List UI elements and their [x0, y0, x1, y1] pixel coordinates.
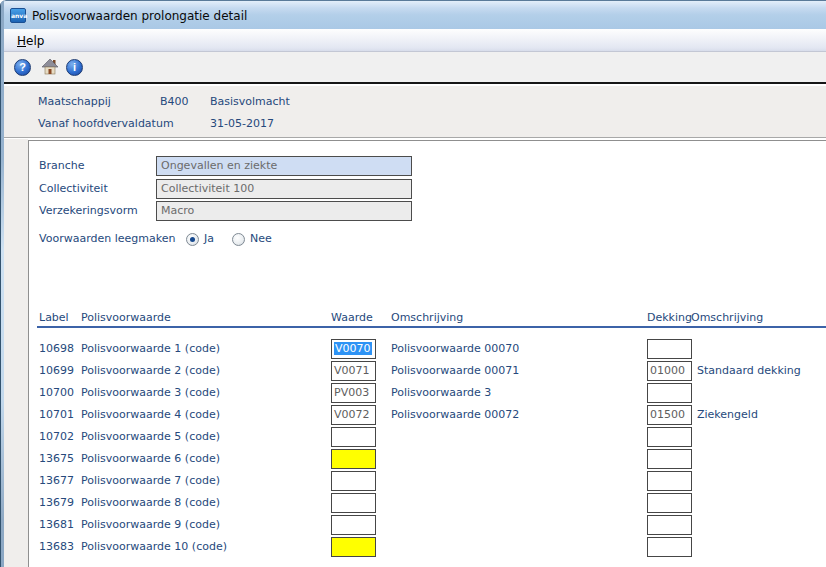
grid-row: 10699 Polisvoorwaarde 2 (code) V0071 Pol…	[29, 361, 826, 383]
verzekeringsvorm-field[interactable]: Macro	[156, 201, 412, 221]
row-label: 10699	[39, 361, 74, 381]
dekking-input[interactable]	[647, 449, 692, 469]
row-omschrijving: Polisvoorwaarde 00071	[391, 361, 519, 381]
waarde-text: PV003	[334, 386, 369, 399]
detail-panel: Branche Ongevallen en ziekte Collectivit…	[28, 140, 826, 567]
dekking-input[interactable]	[647, 515, 692, 535]
grid-header-rule	[37, 326, 826, 328]
maatschappij-name: Basisvolmacht	[210, 95, 290, 108]
col-header-waarde: Waarde	[331, 311, 373, 325]
menu-item-help[interactable]: Help	[10, 32, 51, 50]
verzekeringsvorm-label: Verzekeringsvorm	[39, 201, 138, 221]
maatschappij-label: Maatschappij	[38, 95, 111, 108]
grid-row: 13677 Polisvoorwaarde 7 (code)	[29, 471, 826, 493]
branche-field[interactable]: Ongevallen en ziekte	[156, 156, 412, 176]
radio-dot	[190, 237, 195, 242]
row-polisvoorwaarde: Polisvoorwaarde 3 (code)	[81, 383, 220, 403]
grid-row: 10701 Polisvoorwaarde 4 (code) V0072 Pol…	[29, 405, 826, 427]
dekking-text: 01500	[650, 408, 685, 421]
radio-ja-label[interactable]: Ja	[204, 229, 214, 249]
collectiviteit-label: Collectiviteit	[39, 179, 108, 199]
radio-nee[interactable]	[232, 233, 245, 246]
dekking-text: 01000	[650, 364, 685, 377]
row-label: 13679	[39, 493, 74, 513]
waarde-text: V0072	[334, 408, 370, 421]
row-polisvoorwaarde: Polisvoorwaarde 2 (code)	[81, 361, 220, 381]
col-header-omschrijving: Omschrijving	[391, 311, 463, 325]
row-polisvoorwaarde: Polisvoorwaarde 6 (code)	[81, 449, 220, 469]
maatschappij-code: B400	[160, 95, 189, 108]
info-button[interactable]: i	[66, 58, 85, 77]
waarde-input[interactable]: V0071	[331, 361, 376, 381]
row-polisvoorwaarde: Polisvoorwaarde 8 (code)	[81, 493, 220, 513]
row-label: 13683	[39, 537, 74, 557]
branche-label: Branche	[39, 156, 85, 176]
application-window: anva Polisvoorwaarden prolongatie detail…	[0, 0, 826, 567]
waarde-input[interactable]	[331, 515, 376, 535]
question-circle-icon: ?	[14, 59, 31, 76]
app-icon: anva	[10, 8, 26, 23]
left-gutter	[4, 139, 28, 567]
waarde-input[interactable]	[331, 493, 376, 513]
row-label: 13681	[39, 515, 74, 535]
grid-row: 10700 Polisvoorwaarde 3 (code) PV003 Pol…	[29, 383, 826, 405]
dekking-input[interactable]	[647, 427, 692, 447]
row-omschrijving: Polisvoorwaarde 00070	[391, 339, 519, 359]
grid-row: 13683 Polisvoorwaarde 10 (code)	[29, 537, 826, 559]
collectiviteit-field[interactable]: Collectiviteit 100	[156, 179, 412, 199]
row-polisvoorwaarde: Polisvoorwaarde 7 (code)	[81, 471, 220, 491]
company-info-band: Maatschappij B400 Basisvolmacht Vanaf ho…	[4, 86, 826, 138]
dekking-input[interactable]	[647, 471, 692, 491]
waarde-text: V0071	[334, 364, 370, 377]
waarde-text: V0070	[334, 342, 372, 355]
window-title: Polisvoorwaarden prolongatie detail	[32, 9, 247, 23]
row-label: 10702	[39, 427, 74, 447]
menu-bar: Help	[1, 29, 826, 52]
grid-row: 10702 Polisvoorwaarde 5 (code)	[29, 427, 826, 449]
waarde-input[interactable]: V0070	[331, 339, 376, 359]
dekking-input[interactable]	[647, 383, 692, 403]
row-dekking-omschrijving: Ziekengeld	[697, 405, 758, 425]
grid-row: 13679 Polisvoorwaarde 8 (code)	[29, 493, 826, 515]
dekking-input[interactable]	[647, 339, 692, 359]
waarde-input[interactable]	[331, 449, 376, 469]
row-omschrijving: Polisvoorwaarde 3	[391, 383, 491, 403]
radio-ja[interactable]	[186, 233, 199, 246]
radio-nee-label[interactable]: Nee	[250, 229, 272, 249]
row-omschrijving: Polisvoorwaarde 00072	[391, 405, 519, 425]
home-button[interactable]	[40, 58, 59, 77]
row-polisvoorwaarde: Polisvoorwaarde 4 (code)	[81, 405, 220, 425]
row-dekking-omschrijving: Standaard dekking	[697, 361, 801, 381]
waarde-input[interactable]: V0072	[331, 405, 376, 425]
row-label: 13677	[39, 471, 74, 491]
window-frame-left	[0, 0, 4, 567]
row-label: 10701	[39, 405, 74, 425]
waarde-input[interactable]	[331, 471, 376, 491]
hoofdvervaldatum-label: Vanaf hoofdvervaldatum	[38, 117, 174, 130]
grid-row: 13675 Polisvoorwaarde 6 (code)	[29, 449, 826, 471]
dekking-input[interactable]	[647, 493, 692, 513]
row-polisvoorwaarde: Polisvoorwaarde 9 (code)	[81, 515, 220, 535]
info-circle-icon: i	[66, 59, 83, 76]
row-polisvoorwaarde: Polisvoorwaarde 5 (code)	[81, 427, 220, 447]
voorwaarden-leegmaken-label: Voorwaarden leegmaken	[39, 229, 175, 249]
waarde-input[interactable]: PV003	[331, 383, 376, 403]
dekking-input[interactable]: 01000	[647, 361, 692, 381]
row-label: 10700	[39, 383, 74, 403]
waarde-input[interactable]	[331, 537, 376, 557]
home-icon	[41, 63, 59, 78]
grid-row: 10698 Polisvoorwaarde 1 (code) V0070 Pol…	[29, 339, 826, 361]
toolbar: ? i	[1, 52, 826, 84]
hoofdvervaldatum-value: 31-05-2017	[210, 117, 274, 130]
dekking-input[interactable]: 01500	[647, 405, 692, 425]
row-polisvoorwaarde: Polisvoorwaarde 10 (code)	[81, 537, 227, 557]
waarde-input[interactable]	[331, 427, 376, 447]
row-label: 10698	[39, 339, 74, 359]
row-label: 13675	[39, 449, 74, 469]
dekking-input[interactable]	[647, 537, 692, 557]
col-header-polisvoorwaarde: Polisvoorwaarde	[81, 311, 171, 325]
col-header-dekking: Dekking	[647, 311, 692, 325]
grid-rows: 10698 Polisvoorwaarde 1 (code) V0070 Pol…	[29, 339, 826, 559]
help-button[interactable]: ?	[14, 58, 33, 77]
col-header-label: Label	[39, 311, 69, 325]
